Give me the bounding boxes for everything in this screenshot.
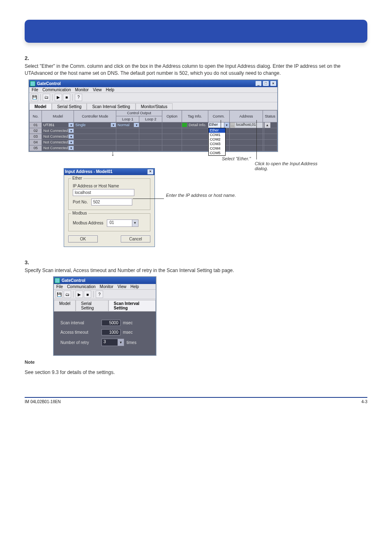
table-row: 03 Not Connected▼: [30, 134, 277, 139]
comm-cell[interactable]: Ether ▼ Ether COM1 COM2 COM3 COM4 COM5: [208, 122, 229, 128]
modbus-label: Modbus Address: [73, 221, 104, 225]
menu-file[interactable]: File: [56, 284, 63, 289]
scan-interval-input[interactable]: 5000: [101, 320, 120, 326]
unit-msec: msec: [123, 330, 133, 335]
stop-icon[interactable]: ■: [63, 94, 70, 101]
chevron-down-icon[interactable]: ▼: [68, 129, 74, 133]
col-loop1: Loop 1: [116, 116, 139, 122]
title-bar: GateControl: [54, 277, 156, 284]
tab-scan-interval-setting[interactable]: Scan Interval Setting: [87, 103, 135, 110]
save-icon[interactable]: 💾: [31, 94, 38, 101]
step-number-2: 2.: [25, 55, 367, 61]
chevron-down-icon[interactable]: ▼: [68, 134, 74, 138]
stop-icon[interactable]: ■: [84, 291, 91, 298]
tab-scan-interval-setting[interactable]: Scan Interval Setting: [108, 300, 156, 311]
arrow-down-icon: [25, 152, 367, 168]
menu-help[interactable]: Help: [130, 284, 139, 289]
footer-left: IM 04L02B01-18EN: [25, 399, 61, 404]
ellipsis-icon[interactable]: …: [230, 122, 235, 128]
chevron-down-icon[interactable]: ▼: [118, 339, 124, 346]
comm-option-com4[interactable]: COM4: [209, 146, 225, 151]
save-icon[interactable]: 💾: [55, 291, 63, 298]
maximize-button[interactable]: □: [263, 81, 269, 86]
tab-serial-setting[interactable]: Serial Setting: [52, 103, 87, 110]
tab-model[interactable]: Model: [29, 103, 52, 110]
run-icon[interactable]: ▶: [55, 94, 62, 101]
taginfo-cell[interactable]: Detail Info.: [182, 122, 208, 128]
col-model: Model: [42, 110, 74, 122]
modbus-legend: Modbus: [71, 211, 88, 215]
cancel-button[interactable]: Cancel: [121, 235, 150, 242]
gatecontrol-window: GateControl ‗ □ × File Communication Mon…: [29, 80, 278, 152]
loop2-cell: [139, 122, 162, 128]
col-status: Status: [263, 110, 277, 122]
comm-dropdown-list[interactable]: Ether COM1 COM2 COM3 COM4 COM5: [208, 128, 226, 156]
comm-option-com2[interactable]: COM2: [209, 137, 225, 142]
tab-model[interactable]: Model: [54, 300, 76, 311]
menu-bar: File Communication Monitor View Help: [29, 87, 277, 93]
tab-serial-setting[interactable]: Serial Setting: [76, 300, 108, 311]
retry-label: Number of retry: [60, 340, 101, 345]
menu-communication[interactable]: Communication: [67, 284, 95, 289]
col-comm: Comm.: [208, 110, 229, 122]
access-timeout-input[interactable]: 1000: [101, 329, 120, 335]
col-loop2: Loop 2: [139, 116, 162, 122]
page-footer: IM 04L02B01-18EN 4-3: [25, 397, 367, 404]
retry-select[interactable]: 3 ▼: [101, 339, 124, 346]
help-icon[interactable]: ?: [96, 291, 103, 298]
menu-view[interactable]: View: [93, 88, 102, 92]
menu-monitor[interactable]: Monitor: [100, 284, 113, 289]
table-row: 04 Not Connected▼: [30, 139, 277, 145]
chevron-down-icon[interactable]: ▼: [132, 220, 138, 226]
chevron-down-icon[interactable]: ▼: [224, 122, 229, 128]
ip-input[interactable]: localhost: [73, 189, 134, 196]
address-cell[interactable]: …localhost,01: [229, 122, 263, 128]
menu-file[interactable]: File: [32, 88, 38, 92]
ok-button[interactable]: OK: [68, 235, 98, 242]
close-icon[interactable]: ×: [147, 169, 154, 175]
open-icon[interactable]: 🗂: [43, 94, 50, 101]
comm-option-com1[interactable]: COM1: [209, 133, 225, 137]
tab-monitor-status[interactable]: Monitor/Status: [136, 103, 173, 110]
col-tag-info: Tag Info.: [182, 110, 208, 122]
chevron-down-icon[interactable]: ▼: [134, 123, 139, 127]
run-icon[interactable]: ▶: [76, 291, 83, 298]
scroll-up-button[interactable]: ▲: [264, 122, 277, 128]
menu-communication[interactable]: Communication: [42, 88, 71, 92]
unit-times: times: [127, 340, 136, 345]
menu-help[interactable]: Help: [106, 88, 114, 92]
scan-interval-window: GateControl File Communication Monitor V…: [53, 277, 156, 355]
model-cell[interactable]: UT351▼: [42, 122, 74, 128]
chevron-down-icon[interactable]: ▼: [111, 123, 116, 127]
modbus-select[interactable]: 01 ▼: [107, 219, 138, 227]
comm-option-com5[interactable]: COM5: [209, 151, 225, 155]
callout-enter-ip: Enter the IP address or host name.: [166, 193, 248, 198]
port-input[interactable]: 502: [91, 199, 132, 205]
tab-row: Model Serial Setting Scan Interval Setti…: [29, 102, 277, 110]
window-title: GateControl: [37, 81, 61, 86]
chevron-down-icon[interactable]: ▼: [68, 146, 74, 150]
comm-option-com3[interactable]: COM3: [209, 142, 225, 146]
chevron-down-icon[interactable]: ▼: [68, 123, 74, 127]
tab-row: Model Serial Setting Scan Interval Setti…: [54, 299, 156, 312]
menu-monitor[interactable]: Monitor: [75, 88, 89, 92]
help-icon[interactable]: ?: [75, 94, 82, 101]
dialog-title: Input Address - Model01: [65, 169, 113, 174]
step-text-2: Select "Ether" in the Comm. column and c…: [25, 63, 367, 77]
open-icon[interactable]: 🗂: [64, 291, 71, 298]
mode-cell[interactable]: Single▼: [74, 122, 116, 128]
modbus-groupbox: Modbus Modbus Address 01 ▼: [68, 213, 150, 231]
dialog-title-bar: Input Address - Model01 ×: [64, 169, 154, 175]
table-row: 02 Not Connected▼: [30, 128, 277, 134]
close-button[interactable]: ×: [270, 81, 277, 86]
ether-groupbox: Ether IP Address or Host Name localhost …: [68, 178, 150, 210]
menu-view[interactable]: View: [118, 284, 127, 289]
app-icon: [55, 278, 60, 283]
window-title: GateControl: [62, 278, 85, 283]
port-label: Port No.: [73, 200, 88, 204]
loop1-cell[interactable]: Normal▼: [116, 122, 139, 128]
minimize-button[interactable]: ‗: [255, 81, 262, 86]
footer-right: 4-3: [362, 399, 367, 404]
chevron-down-icon[interactable]: ▼: [68, 140, 74, 144]
comm-option-ether[interactable]: Ether: [209, 128, 225, 133]
